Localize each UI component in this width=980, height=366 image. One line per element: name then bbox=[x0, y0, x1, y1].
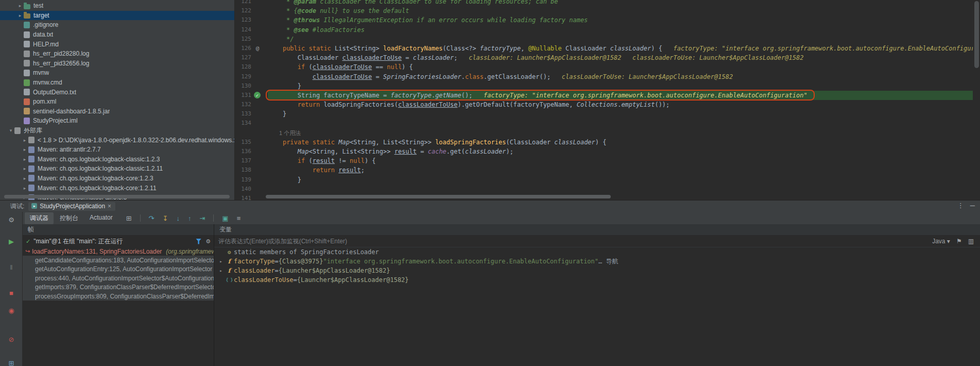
bookmark-icon[interactable]: ⚑ bbox=[956, 238, 962, 245]
code-line[interactable]: 134 bbox=[235, 119, 973, 128]
tab-控制台[interactable]: 控制台 bbox=[55, 212, 83, 224]
project-tree-item[interactable]: ▸Maven: antlr:antlr:2.7.7 bbox=[0, 145, 234, 155]
close-tab-icon[interactable]: × bbox=[108, 203, 111, 210]
breakpoint-hit-icon[interactable]: ✓ bbox=[254, 92, 261, 98]
restore-layout-icon[interactable]: ⊞ bbox=[126, 214, 132, 222]
project-tree-item[interactable]: StudyProject.iml bbox=[0, 116, 234, 126]
view-options-icon[interactable]: ≡ bbox=[237, 214, 241, 222]
scrollbar-thumb[interactable] bbox=[974, 1, 979, 68]
variable-row[interactable]: ⚙static members of SpringFactoriesLoader bbox=[214, 247, 980, 257]
code-line[interactable]: 125 */ bbox=[235, 35, 973, 44]
variable-row[interactable]: { }classLoaderToUse = {Launcher$AppClass… bbox=[214, 275, 980, 285]
run-to-cursor-icon[interactable]: ⇥ bbox=[199, 214, 205, 222]
tab-调试器[interactable]: 调试器 bbox=[25, 212, 54, 224]
chevron-right-icon[interactable]: ▸ bbox=[217, 268, 225, 273]
chevron-down-icon[interactable]: ▾ bbox=[7, 128, 14, 133]
project-tree-item[interactable]: hs_err_pid32656.log bbox=[0, 59, 234, 69]
project-tree-item[interactable]: mvnw.cmd bbox=[0, 78, 234, 88]
usages-inlay-hint[interactable]: 1 个用法 bbox=[268, 130, 301, 136]
editor-horizontal-scrollbar[interactable] bbox=[266, 195, 611, 198]
layout-settings-icon[interactable]: ⊞ bbox=[0, 359, 23, 366]
code-line[interactable]: 128 if (classLoaderToUse == null) { bbox=[235, 62, 973, 72]
debug-session-tab[interactable]: ▸ StudyProjectApplication × bbox=[28, 202, 115, 211]
project-tree-item[interactable]: ▸test bbox=[0, 1, 234, 11]
code-line[interactable]: 135 private static Map<String, List<Stri… bbox=[235, 138, 973, 147]
project-tree-item[interactable]: ▸Maven: ch.qos.logback:logback-core:1.2.… bbox=[0, 174, 234, 184]
frame-item[interactable]: getCandidateConfigurations:183, AutoConf… bbox=[23, 256, 214, 264]
settings-gear-icon[interactable]: ⚙ bbox=[205, 238, 211, 245]
project-tree-item[interactable]: ▸Maven: ch.qos.logback:logback-core:1.2.… bbox=[0, 183, 234, 193]
navigate-link[interactable]: … 导航 bbox=[598, 257, 618, 266]
frame-item[interactable]: ↪loadFactoryNames:131, SpringFactoriesLo… bbox=[23, 247, 214, 256]
panel-layout-icon[interactable]: ▥ bbox=[968, 238, 974, 245]
inlay-usage-line[interactable]: 1 个用法 bbox=[235, 128, 973, 138]
code-line[interactable]: 136 Map<String, List<String>> result = c… bbox=[235, 147, 973, 156]
editor-vertical-scrollbar[interactable] bbox=[974, 0, 979, 196]
annotation-gutter-icon[interactable]: @ bbox=[251, 44, 264, 53]
project-tree-item[interactable]: pom.xml bbox=[0, 97, 234, 107]
variable-row[interactable]: ▸fclassLoader = {Launcher$AppClassLoader… bbox=[214, 266, 980, 275]
chevron-right-icon[interactable]: ▸ bbox=[21, 176, 28, 181]
project-tree-item[interactable]: sentinel-dashboard-1.8.5.jar bbox=[0, 107, 234, 117]
project-horizontal-scrollbar[interactable] bbox=[4, 195, 230, 198]
code-line[interactable]: 133 } bbox=[235, 109, 973, 119]
thread-row[interactable]: ✓ "main"@1 在组 "main": 正在运行 ⚙ bbox=[23, 236, 214, 247]
project-tree-item[interactable]: hs_err_pid28280.log bbox=[0, 49, 234, 59]
frame-item[interactable]: processGroupImports:809, ConfigurationCl… bbox=[23, 292, 214, 301]
code-line[interactable]: 121 * @param classLoader the ClassLoader… bbox=[235, 0, 973, 6]
code-line[interactable]: 130 } bbox=[235, 81, 973, 91]
chevron-right-icon[interactable]: ▸ bbox=[16, 3, 24, 8]
code-line[interactable]: 124 * @see #loadFactories bbox=[235, 25, 973, 35]
chevron-right-icon[interactable]: ▸ bbox=[21, 186, 28, 191]
project-tree-item[interactable]: ▾外部库 bbox=[0, 126, 234, 136]
stop-button[interactable]: ■ bbox=[0, 289, 23, 297]
code-line[interactable]: 140 bbox=[235, 185, 973, 194]
project-tree-item[interactable]: OutputDemo.txt bbox=[0, 87, 234, 97]
tab-Actuator[interactable]: Actuator bbox=[84, 212, 118, 224]
project-tree-item[interactable]: data.txt bbox=[0, 30, 234, 40]
code-line[interactable]: 126@ public static List<String> loadFact… bbox=[235, 44, 973, 53]
project-tree-item[interactable]: mvnw bbox=[0, 68, 234, 78]
chevron-right-icon[interactable]: ▸ bbox=[21, 166, 28, 171]
code-line[interactable]: 123 * @throws IllegalArgumentException i… bbox=[235, 15, 973, 25]
step-over-icon[interactable]: ↷ bbox=[149, 214, 154, 222]
code-line[interactable]: 122 * {@code null} to use the default bbox=[235, 6, 973, 15]
view-breakpoints-button[interactable]: ◉ bbox=[0, 307, 23, 314]
code-line[interactable]: 139 } bbox=[235, 175, 973, 185]
pause-button[interactable]: ‖ bbox=[0, 263, 23, 271]
evaluate-expression-row[interactable]: 评估表达式(Enter)或添加监视(Ctrl+Shift+Enter) Java… bbox=[214, 236, 980, 247]
resume-button[interactable]: ▶ bbox=[0, 238, 23, 245]
chevron-right-icon[interactable]: ▸ bbox=[21, 147, 28, 152]
code-line[interactable]: 138 return result; bbox=[235, 165, 973, 175]
variable-row[interactable]: ▸ffactoryType = {Class@3975} "interface … bbox=[214, 257, 980, 266]
frame-item[interactable]: process:440, AutoConfigurationImportSele… bbox=[23, 274, 214, 282]
chevron-right-icon[interactable]: ▸ bbox=[21, 138, 28, 143]
code-editor[interactable]: 121 * @param classLoader the ClassLoader… bbox=[235, 0, 980, 200]
project-tree-item[interactable]: .gitignore bbox=[0, 20, 234, 30]
chevron-right-icon[interactable]: ▸ bbox=[16, 13, 24, 18]
project-tree-item[interactable]: ▸Maven: ch.qos.logback:logback-classic:1… bbox=[0, 155, 234, 164]
mute-breakpoints-button[interactable]: ⊘ bbox=[0, 336, 23, 343]
code-line[interactable]: 131✓ String factoryTypeName = factoryTyp… bbox=[235, 91, 973, 100]
hide-library-frames-filter-icon[interactable] bbox=[196, 239, 201, 244]
force-step-into-icon[interactable]: ↧ bbox=[163, 214, 168, 222]
project-tree-item[interactable]: ▸target bbox=[0, 11, 234, 21]
image-icon[interactable]: ▣ bbox=[222, 214, 228, 222]
more-options-icon[interactable]: ⋮ bbox=[957, 202, 964, 209]
settings-gear-icon[interactable]: ⚙ bbox=[0, 216, 23, 224]
code-line[interactable]: 132 return loadSpringFactories(classLoad… bbox=[235, 100, 973, 109]
code-line[interactable]: 129 classLoaderToUse = SpringFactoriesLo… bbox=[235, 72, 973, 81]
step-into-icon[interactable]: ↓ bbox=[176, 214, 180, 222]
project-tree-item[interactable]: ▸< 1.8 > D:\JDK\java-1.8.0-openjdk-1.8.0… bbox=[0, 135, 234, 145]
frame-item[interactable]: getAutoConfigurationEntry:125, AutoConfi… bbox=[23, 265, 214, 274]
project-tree-item[interactable]: HELP.md bbox=[0, 39, 234, 49]
language-selector[interactable]: Java ▾ bbox=[932, 238, 950, 245]
project-tree-item[interactable]: ▸Maven: ch.qos.logback:logback-classic:1… bbox=[0, 164, 234, 174]
frame-item[interactable]: getImports:879, ConfigurationClassParser… bbox=[23, 283, 214, 292]
step-out-icon[interactable]: ↑ bbox=[188, 214, 192, 222]
hide-panel-icon[interactable]: ─ bbox=[970, 202, 975, 209]
chevron-right-icon[interactable]: ▸ bbox=[21, 157, 28, 162]
code-line[interactable]: 137 if (result != null) { bbox=[235, 156, 973, 165]
chevron-right-icon[interactable]: ▸ bbox=[217, 259, 225, 264]
code-line[interactable]: 127 ClassLoader classLoaderToUse = class… bbox=[235, 53, 973, 62]
